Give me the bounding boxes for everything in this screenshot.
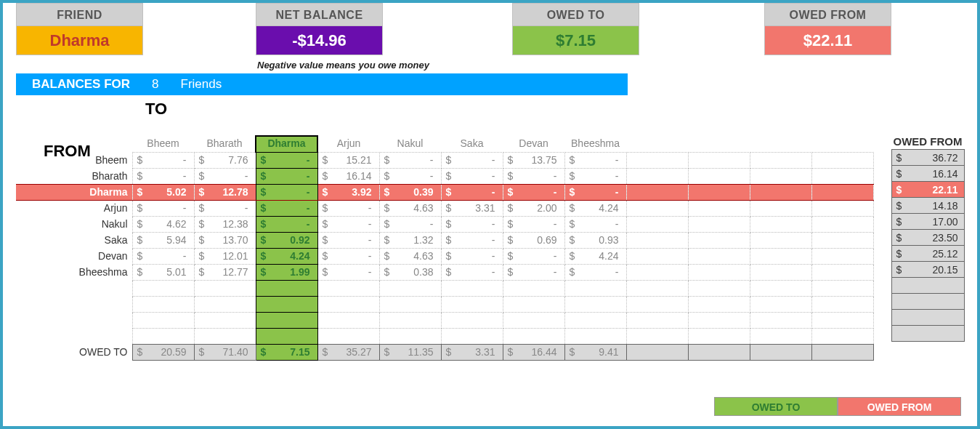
col-header: Bharath [194, 136, 256, 152]
col-header: Bheem [132, 136, 194, 152]
owed-to-total: $3.31 [441, 344, 503, 360]
matrix-cell[interactable]: $5.01 [132, 264, 194, 280]
owed-from-value: $22.11 [764, 26, 891, 55]
matrix-cell[interactable]: $0.39 [379, 184, 441, 200]
owed-from-total: $22.11 [891, 182, 964, 198]
matrix-cell[interactable]: $- [317, 248, 379, 264]
matrix-cell[interactable]: $3.92 [317, 184, 379, 200]
matrix-cell[interactable]: $- [503, 248, 564, 264]
col-header: Bheeshma [564, 136, 626, 152]
matrix-cell[interactable]: $- [379, 152, 441, 168]
row-header: Bheem [16, 152, 132, 168]
matrix-cell[interactable]: $- [564, 216, 626, 232]
matrix-cell[interactable]: $- [441, 152, 503, 168]
matrix-cell[interactable]: $0.69 [503, 232, 564, 248]
matrix-cell[interactable]: $4.63 [379, 200, 441, 216]
axis-to-label: TO [3, 95, 977, 121]
matrix-cell[interactable]: $0.38 [379, 264, 441, 280]
matrix-cell[interactable]: $- [564, 152, 626, 168]
matrix-cell[interactable]: $- [441, 248, 503, 264]
row-header: Devan [16, 248, 132, 264]
matrix-cell[interactable]: $13.75 [503, 152, 564, 168]
matrix-cell[interactable]: $- [441, 168, 503, 184]
owed-from-total: $17.00 [891, 214, 964, 230]
matrix-cell[interactable]: $4.24 [564, 200, 626, 216]
matrix-cell[interactable]: $- [564, 184, 626, 200]
matrix-cell[interactable]: $- [441, 232, 503, 248]
matrix-cell[interactable]: $2.00 [503, 200, 564, 216]
owed-to-total: $20.59 [132, 344, 194, 360]
owed-from-label: OWED FROM [764, 3, 891, 26]
matrix-cell[interactable]: $- [564, 264, 626, 280]
matrix-cell[interactable]: $- [503, 184, 564, 200]
col-header: Devan [503, 136, 564, 152]
matrix-cell[interactable]: $- [194, 168, 256, 184]
matrix-cell[interactable]: $- [132, 168, 194, 184]
owed-from-header: OWED FROM [891, 135, 964, 150]
matrix-cell[interactable]: $4.24 [256, 248, 317, 264]
col-header: Dharma [256, 136, 317, 152]
matrix-cell[interactable]: $4.63 [379, 248, 441, 264]
matrix-cell[interactable]: $7.76 [194, 152, 256, 168]
matrix-cell[interactable]: $- [256, 200, 317, 216]
matrix-cell[interactable]: $- [441, 216, 503, 232]
matrix-cell[interactable]: $12.01 [194, 248, 256, 264]
owed-to-label: OWED TO [512, 3, 639, 26]
matrix-cell[interactable]: $16.14 [317, 168, 379, 184]
col-header: Saka [441, 136, 503, 152]
matrix-cell[interactable]: $- [317, 232, 379, 248]
matrix-cell[interactable]: $5.94 [132, 232, 194, 248]
matrix-cell[interactable]: $- [317, 264, 379, 280]
matrix-cell[interactable]: $- [194, 200, 256, 216]
matrix-cell[interactable]: $5.02 [132, 184, 194, 200]
owed-to-total: $35.27 [317, 344, 379, 360]
matrix-cell[interactable]: $- [379, 216, 441, 232]
matrix-cell[interactable]: $0.93 [564, 232, 626, 248]
matrix-cell[interactable]: $- [317, 200, 379, 216]
owed-to-total: $9.41 [564, 344, 626, 360]
matrix-cell[interactable]: $15.21 [317, 152, 379, 168]
matrix-cell[interactable]: $12.77 [194, 264, 256, 280]
matrix-cell[interactable]: $0.92 [256, 232, 317, 248]
matrix-cell[interactable]: $- [132, 152, 194, 168]
owed-to-row-label: OWED TO [16, 344, 132, 360]
row-header: Dharma [16, 184, 132, 200]
matrix-cell[interactable]: $1.32 [379, 232, 441, 248]
balance-matrix[interactable]: BheemBharathDharmaArjunNakulSakaDevanBhe… [16, 135, 874, 361]
matrix-cell[interactable]: $- [256, 152, 317, 168]
matrix-cell[interactable]: $1.99 [256, 264, 317, 280]
matrix-cell[interactable]: $- [441, 184, 503, 200]
matrix-cell[interactable]: $4.24 [564, 248, 626, 264]
matrix-cell[interactable]: $- [256, 168, 317, 184]
net-balance-label: NET BALANCE [256, 3, 383, 26]
matrix-cell[interactable]: $- [503, 264, 564, 280]
matrix-cell[interactable]: $- [503, 168, 564, 184]
matrix-cell[interactable]: $- [256, 216, 317, 232]
matrix-cell[interactable]: $- [441, 264, 503, 280]
owed-from-total: $14.18 [891, 198, 964, 214]
owed-to-value: $7.15 [512, 26, 639, 55]
matrix-cell[interactable]: $13.70 [194, 232, 256, 248]
col-header: Nakul [379, 136, 441, 152]
matrix-cell[interactable]: $- [564, 168, 626, 184]
matrix-cell[interactable]: $3.31 [441, 200, 503, 216]
owed-from-card: OWED FROM $22.11 [764, 3, 891, 55]
matrix-cell[interactable]: $12.78 [194, 184, 256, 200]
matrix-cell[interactable]: $- [132, 200, 194, 216]
matrix-cell[interactable]: $- [256, 184, 317, 200]
row-header: Bheeshma [16, 264, 132, 280]
matrix-cell[interactable]: $- [132, 248, 194, 264]
matrix-cell[interactable]: $4.62 [132, 216, 194, 232]
matrix-cell[interactable]: $- [317, 216, 379, 232]
owed-from-total: $25.12 [891, 246, 964, 262]
net-balance-note: Negative value means you owe money [3, 55, 977, 73]
row-header: Bharath [16, 168, 132, 184]
matrix-cell[interactable]: $- [379, 168, 441, 184]
matrix-cell[interactable]: $12.38 [194, 216, 256, 232]
friend-count: 8 [152, 77, 158, 92]
legend: OWED TO OWED FROM [714, 397, 961, 416]
matrix-cell[interactable]: $- [503, 216, 564, 232]
row-header: Saka [16, 232, 132, 248]
friend-label: FRIEND [16, 3, 143, 26]
friend-value[interactable]: Dharma [16, 26, 143, 55]
